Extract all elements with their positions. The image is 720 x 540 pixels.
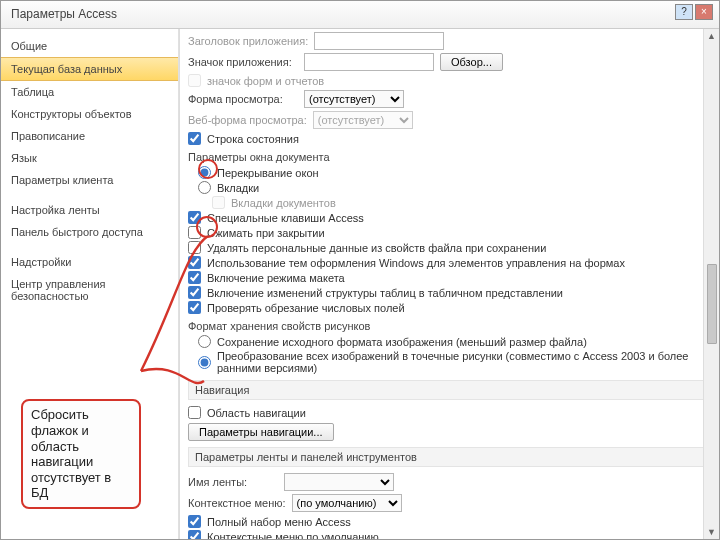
sidebar-item-language[interactable]: Язык: [1, 147, 178, 169]
ctx-default-label: Контекстные меню по умолчанию: [207, 531, 379, 540]
sidebar-item-datasheet[interactable]: Таблица: [1, 81, 178, 103]
web-form-label: Веб-форма просмотра:: [188, 114, 307, 126]
ctx-default-checkbox[interactable]: [188, 530, 201, 539]
scroll-down-icon[interactable]: ▼: [707, 527, 716, 537]
full-menus-checkbox[interactable]: [188, 515, 201, 528]
themed-controls-label: Использование тем оформления Windows для…: [207, 257, 625, 269]
browse-button[interactable]: Обзор...: [440, 53, 503, 71]
layout-view-label: Включение режима макета: [207, 272, 345, 284]
help-button[interactable]: ?: [675, 4, 693, 20]
sidebar-item-trust-center[interactable]: Центр управления безопасностью: [1, 273, 178, 307]
show-nav-label: Область навигации: [207, 407, 306, 419]
display-form-select[interactable]: (отсутствует): [304, 90, 404, 108]
ctx-menu-select[interactable]: (по умолчанию): [292, 494, 402, 512]
sidebar-item-client[interactable]: Параметры клиента: [1, 169, 178, 191]
design-changes-checkbox[interactable]: [188, 286, 201, 299]
full-menus-label: Полный набор меню Access: [207, 516, 351, 528]
app-title-input[interactable]: [314, 32, 444, 50]
close-button[interactable]: ×: [695, 4, 713, 20]
check-truncated-checkbox[interactable]: [188, 301, 201, 314]
callout-text: Сбросить флажок и область навигации отсу…: [31, 407, 111, 500]
ctx-menu-label: Контекстное меню:: [188, 497, 286, 509]
scroll-thumb[interactable]: [707, 264, 717, 344]
icon-forms-reports-label: значок форм и отчетов: [207, 75, 324, 87]
ribbon-name-label: Имя ленты:: [188, 476, 278, 488]
sidebar-item-addins[interactable]: Надстройки: [1, 251, 178, 273]
sidebar-item-designers[interactable]: Конструкторы объектов: [1, 103, 178, 125]
special-keys-label: Специальные клавиши Access: [207, 212, 364, 224]
icon-forms-reports-checkbox: [188, 74, 201, 87]
compact-checkbox[interactable]: [188, 226, 201, 239]
keep-source-label: Сохранение исходного формата изображения…: [217, 336, 587, 348]
sidebar-item-proofing[interactable]: Правописание: [1, 125, 178, 147]
app-icon-input[interactable]: [304, 53, 434, 71]
main-panel: Заголовок приложения: Значок приложения:…: [179, 29, 719, 539]
status-bar-checkbox[interactable]: [188, 132, 201, 145]
titlebar: Параметры Access ? ×: [1, 1, 719, 29]
tabs-label: Вкладки: [217, 182, 259, 194]
remove-personal-checkbox[interactable]: [188, 241, 201, 254]
sidebar-item-quick-access[interactable]: Панель быстрого доступа: [1, 221, 178, 243]
convert-all-label: Преобразование всех изображений в точечн…: [217, 350, 711, 374]
sidebar-item-ribbon[interactable]: Настройка ленты: [1, 199, 178, 221]
annotation-callout: Сбросить флажок и область навигации отсу…: [21, 399, 141, 509]
window-title: Параметры Access: [11, 7, 117, 21]
remove-personal-label: Удалять персональные данные из свойств ф…: [207, 242, 546, 254]
scroll-up-icon[interactable]: ▲: [707, 31, 716, 41]
ribbon-name-select[interactable]: [284, 473, 394, 491]
show-nav-checkbox[interactable]: [188, 406, 201, 419]
design-changes-label: Включение изменений структуры таблиц в т…: [207, 287, 563, 299]
docwin-header: Параметры окна документа: [188, 151, 711, 163]
nav-options-button[interactable]: Параметры навигации...: [188, 423, 334, 441]
status-bar-label: Строка состояния: [207, 133, 299, 145]
tabs-docs-label: Вкладки документов: [231, 197, 336, 209]
overlap-radio[interactable]: [198, 166, 211, 179]
ribbon-header: Параметры ленты и панелей инструментов: [188, 447, 711, 467]
sidebar-item-current-db[interactable]: Текущая база данных: [1, 57, 178, 81]
web-form-select: (отсутствует): [313, 111, 413, 129]
picfmt-header: Формат хранения свойств рисунков: [188, 320, 711, 332]
special-keys-checkbox[interactable]: [188, 211, 201, 224]
display-form-label: Форма просмотра:: [188, 93, 298, 105]
check-truncated-label: Проверять обрезание числовых полей: [207, 302, 405, 314]
compact-label: Сжимать при закрытии: [207, 227, 325, 239]
themed-controls-checkbox[interactable]: [188, 256, 201, 269]
sidebar-item-general[interactable]: Общие: [1, 35, 178, 57]
app-title-label: Заголовок приложения:: [188, 35, 308, 47]
keep-source-radio[interactable]: [198, 335, 211, 348]
overlap-label: Перекрывание окон: [217, 167, 319, 179]
nav-header: Навигация: [188, 380, 711, 400]
layout-view-checkbox[interactable]: [188, 271, 201, 284]
vertical-scrollbar[interactable]: ▲ ▼: [703, 29, 719, 539]
tabs-docs-checkbox: [212, 196, 225, 209]
dialog-window: Параметры Access ? × Общие Текущая база …: [0, 0, 720, 540]
window-buttons: ? ×: [675, 4, 713, 20]
convert-all-radio[interactable]: [198, 356, 211, 369]
app-icon-label: Значок приложения:: [188, 56, 298, 68]
tabs-radio[interactable]: [198, 181, 211, 194]
